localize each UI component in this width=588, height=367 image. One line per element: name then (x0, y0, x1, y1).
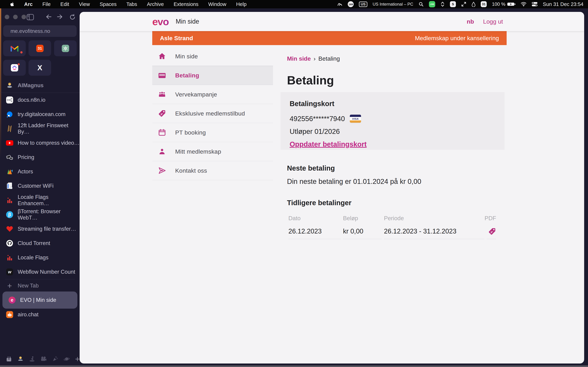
breadcrumb-parent-link[interactable]: Min side (287, 55, 311, 62)
expand-arrows-icon[interactable] (461, 1, 466, 7)
menu-archive[interactable]: Archive (142, 0, 169, 8)
google-calendar-icon: 31 (36, 45, 43, 52)
tab-item[interactable]: How to compress video… (0, 136, 80, 150)
zoom-window-button[interactable] (22, 15, 26, 19)
pinned-tile-chatgpt[interactable] (54, 40, 77, 56)
battery-status[interactable]: 100 % (492, 1, 516, 7)
technologist-emoji-icon (6, 82, 13, 89)
tab-item[interactable]: docs.n8n.io (0, 93, 80, 107)
tab-label: Actors (18, 168, 33, 175)
evo-logo[interactable]: evo (152, 16, 169, 27)
line-app-icon[interactable]: LINE (429, 1, 435, 7)
menu-help[interactable]: Help (231, 0, 251, 8)
surfer-space-icon[interactable] (29, 355, 35, 362)
wifi-icon[interactable] (521, 2, 526, 7)
nav-item-pt-booking[interactable]: PT booking (152, 123, 273, 142)
spotlight-search-icon[interactable] (418, 1, 424, 7)
heart-icon (6, 225, 13, 233)
nav-item-betaling[interactable]: Betaling (152, 66, 273, 85)
nav-item-medlemstilbud[interactable]: Eksklusive medlemstilbud (152, 104, 273, 123)
menu-spaces[interactable]: Spaces (95, 0, 121, 8)
calendar-menubar-icon[interactable]: 31 (481, 1, 487, 7)
tab-item[interactable]: Streaming file transfer… (0, 222, 80, 236)
keyboard-layout-label[interactable]: US International – PC (372, 2, 413, 7)
planet-space-icon[interactable] (63, 355, 70, 362)
send-icon (158, 167, 166, 175)
droplet-icon[interactable] (472, 1, 476, 7)
spaces-bar: + (0, 355, 80, 362)
tab-item[interactable]: w Webflow Number Count (0, 265, 80, 279)
minimize-window-button[interactable] (13, 15, 18, 19)
update-card-link[interactable]: Oppdater betalingskort (290, 140, 367, 148)
tab-item[interactable]: Locale Flags Enhancem… (0, 193, 80, 208)
logout-link[interactable]: Logg ut (483, 18, 503, 25)
tab-item[interactable]: β βTorrent: Browser WebT… (0, 208, 80, 222)
apple-menu[interactable] (5, 0, 19, 8)
menu-window[interactable]: Window (203, 0, 231, 8)
tab-list: AIMagnus docs.n8n.io try.digitalocean.co… (0, 78, 80, 279)
column-header-belop: Beløp (343, 213, 382, 224)
updown-arrows-icon[interactable] (441, 1, 445, 7)
new-tab-button[interactable]: + New Tab (0, 279, 80, 293)
url-bar[interactable]: me.evofitness.no (3, 25, 77, 37)
column-header-dato: Dato (288, 213, 341, 224)
sidebar-folder-aimagnus[interactable]: AIMagnus (0, 78, 80, 93)
back-button[interactable] (45, 14, 52, 20)
notification-dot (18, 63, 20, 65)
battery-percent-label: 100 % (492, 1, 505, 7)
movie-camera-space-icon[interactable] (40, 355, 47, 362)
keyboard-layout-badge[interactable]: US (359, 1, 367, 7)
tab-item[interactable]: try.digitalocean.com (0, 107, 80, 121)
nav-label: Min side (175, 53, 198, 60)
party-popper-space-icon[interactable] (52, 355, 58, 362)
pinned-tile-x[interactable]: X (28, 60, 51, 76)
menu-edit[interactable]: Edit (55, 0, 74, 8)
forward-button[interactable] (57, 14, 63, 20)
toggle-sidebar-button[interactable] (26, 14, 34, 20)
tab-label: Pricing (18, 154, 34, 160)
tab-label: Locale Flags Enhancem… (18, 194, 80, 207)
tab-item[interactable]: Locale Flags (0, 250, 80, 265)
control-center-icon[interactable] (532, 2, 538, 7)
tab-item-airo[interactable]: airo.chat (0, 307, 80, 322)
pdf-receipt-tag-icon[interactable] (488, 227, 496, 235)
pinned-tile-calendar[interactable]: 31 (28, 40, 51, 56)
tab-item[interactable]: Actors (0, 165, 80, 179)
breadcrumb-current: Betaling (318, 55, 340, 62)
airo-chat-icon (6, 311, 13, 318)
reload-button[interactable] (69, 14, 76, 20)
nav-item-kontakt-oss[interactable]: Kontakt oss (152, 161, 273, 180)
arc-browser-icon[interactable] (337, 1, 343, 7)
pinned-tile-clickup[interactable] (3, 60, 26, 76)
digitalocean-icon (6, 110, 13, 118)
calendar-icon (158, 128, 166, 136)
new-space-plus-icon[interactable]: + (75, 355, 80, 362)
shottr-icon[interactable]: S (450, 1, 456, 7)
menubar-app-name[interactable]: Arc (19, 0, 37, 8)
tab-item[interactable]: 12ft Ladder Finsweet By… (0, 121, 80, 136)
technologist-space-icon[interactable] (17, 355, 24, 362)
menubar-clock[interactable]: Sun 31 Dec 23:54 (543, 1, 583, 7)
tab-item[interactable]: Customer WiFi (0, 179, 80, 193)
language-selector[interactable]: nb (467, 18, 474, 25)
menu-view[interactable]: View (74, 0, 95, 8)
close-window-button[interactable] (5, 15, 9, 19)
menu-tabs[interactable]: Tabs (121, 0, 142, 8)
nav-item-vervekampanje[interactable]: Vervekampanje (152, 85, 273, 104)
menu-file[interactable]: File (37, 0, 55, 8)
chatgpt-icon (62, 45, 69, 52)
menu-extensions[interactable]: Extensions (169, 0, 203, 8)
macos-menubar: Arc File Edit View Spaces Tabs Archive E… (0, 0, 588, 8)
history-cell-date: 26.12.2023 (288, 224, 341, 239)
tab-item[interactable]: Pricing (0, 150, 80, 165)
card-icon (158, 71, 166, 80)
nav-item-min-side[interactable]: Min side (152, 47, 273, 66)
tab-item-evo-active[interactable]: e EVO | Min side (2, 293, 77, 307)
nav-item-mitt-medlemskap[interactable]: Mitt medlemskap (152, 142, 273, 161)
gauge-menubar-icon[interactable]: 169 (348, 1, 354, 7)
tab-item[interactable]: Cloud Torrent (0, 236, 80, 250)
archive-box-icon[interactable] (6, 355, 12, 362)
history-table: Dato Beløp Periode PDF 26.12.2023 kr 0,0… (288, 213, 496, 239)
people-icon (158, 90, 166, 98)
pinned-tile-gmail[interactable] (3, 40, 26, 56)
